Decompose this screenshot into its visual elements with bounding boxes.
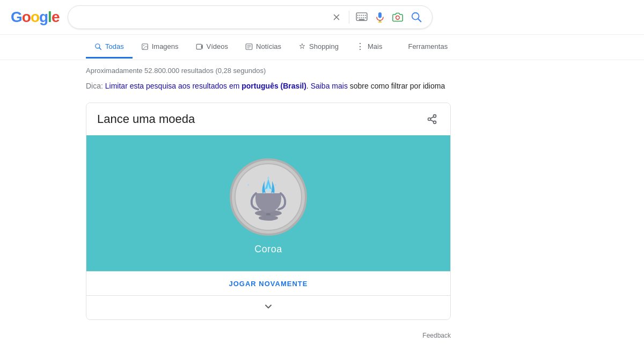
search-tab-icon	[94, 43, 102, 50]
coin-card-title: Lance uma moeda	[97, 112, 195, 126]
svg-point-40	[259, 215, 278, 221]
header: Google Flip a Coin	[0, 0, 644, 35]
video-tab-icon	[196, 43, 203, 50]
tab-ferramentas[interactable]: Ferramentas	[399, 36, 456, 59]
logo-e: e	[52, 9, 60, 26]
tab-videos-label: Vídeos	[207, 42, 228, 50]
search-icons	[330, 10, 423, 24]
svg-rect-24	[196, 44, 201, 49]
feedback-bar: Feedback	[86, 329, 451, 343]
divider	[349, 11, 349, 24]
tab-mais-label: Mais	[368, 42, 382, 50]
tab-videos[interactable]: Vídeos	[187, 36, 237, 59]
tab-imagens-label: Imagens	[152, 42, 179, 50]
tab-imagens[interactable]: Imagens	[133, 36, 187, 59]
voice-search-button[interactable]	[374, 10, 386, 24]
shopping-tab-icon	[298, 43, 306, 50]
play-again-section: JOGAR NOVAMENTE	[86, 271, 450, 295]
coin-result-label: Coroa	[254, 244, 282, 255]
news-tab-icon	[245, 43, 253, 50]
microphone-icon	[375, 11, 385, 23]
svg-point-17	[396, 16, 400, 20]
svg-point-31	[434, 115, 436, 118]
tab-mais[interactable]: ⋮ Mais	[347, 35, 391, 60]
svg-point-32	[428, 118, 431, 121]
tab-shopping[interactable]: Shopping	[290, 36, 347, 59]
chevron-down-icon	[263, 301, 274, 312]
content-area: Aproximadamente 52.800.000 resultados (0…	[0, 60, 644, 349]
close-icon	[332, 12, 341, 22]
play-again-button[interactable]: JOGAR NOVAMENTE	[229, 280, 308, 288]
coin-card-header: Lance uma moeda	[86, 103, 450, 135]
results-count: Aproximadamente 52.800.000 resultados (0…	[86, 67, 558, 75]
tip-link-text: Limitar esta pesquisa aos resultados em	[105, 82, 240, 90]
tip-suffix: sobre como filtrar por idioma	[348, 82, 445, 90]
camera-icon	[392, 12, 403, 23]
expand-button[interactable]	[263, 301, 274, 314]
tab-todas-label: Todas	[105, 42, 124, 50]
svg-marker-30	[299, 43, 304, 48]
more-dots-icon: ⋮	[356, 41, 364, 52]
clear-button[interactable]	[330, 11, 343, 23]
logo-g: G	[11, 9, 22, 26]
search-bar: Flip a Coin	[68, 5, 433, 29]
svg-marker-25	[201, 44, 203, 49]
keyboard-button[interactable]	[355, 11, 369, 23]
svg-line-34	[430, 120, 434, 122]
logo-g2: g	[39, 9, 48, 26]
tip-bold: português (Brasil)	[241, 82, 306, 90]
tab-noticias-label: Notícias	[256, 42, 281, 50]
nav-tabs: Todas Imagens Vídeos Notícias Shopping ⋮	[0, 35, 644, 60]
logo-o2: o	[31, 9, 39, 26]
expand-section	[86, 295, 450, 319]
svg-line-19	[419, 19, 421, 21]
tip-saiba-mais-link[interactable]: Saiba mais	[311, 82, 348, 90]
logo-o1: o	[22, 9, 31, 26]
tip-link[interactable]: Limitar esta pesquisa aos resultados em …	[105, 82, 306, 90]
keyboard-icon	[356, 12, 368, 22]
tip-text: Dica: Limitar esta pesquisa aos resultad…	[86, 80, 558, 92]
tab-ferramentas-label: Ferramentas	[408, 42, 448, 50]
svg-point-33	[434, 121, 436, 124]
tip-separator: .	[306, 82, 311, 90]
tip-saiba-label: Saiba mais	[311, 82, 348, 90]
tab-noticias[interactable]: Notícias	[237, 36, 290, 59]
svg-rect-14	[378, 12, 382, 18]
search-button[interactable]	[409, 10, 423, 24]
svg-line-21	[99, 48, 101, 49]
share-button[interactable]	[425, 112, 440, 127]
image-tab-icon	[141, 43, 149, 50]
google-logo: Google	[11, 9, 59, 26]
svg-line-35	[430, 117, 434, 119]
tip-label: Dica:	[86, 82, 105, 90]
search-icon	[411, 11, 422, 23]
coin-widget-card: Lance uma moeda	[86, 103, 451, 320]
image-search-button[interactable]	[391, 11, 404, 24]
tab-shopping-label: Shopping	[309, 42, 339, 50]
svg-point-23	[143, 45, 144, 46]
search-input[interactable]: Flip a Coin	[77, 12, 323, 22]
coin-image	[228, 157, 309, 237]
tab-todas[interactable]: Todas	[86, 36, 133, 59]
share-icon	[427, 114, 437, 125]
coin-display-area[interactable]: Coroa	[86, 135, 450, 271]
feedback-link[interactable]: Feedback	[422, 332, 451, 339]
logo-l: l	[48, 9, 52, 26]
